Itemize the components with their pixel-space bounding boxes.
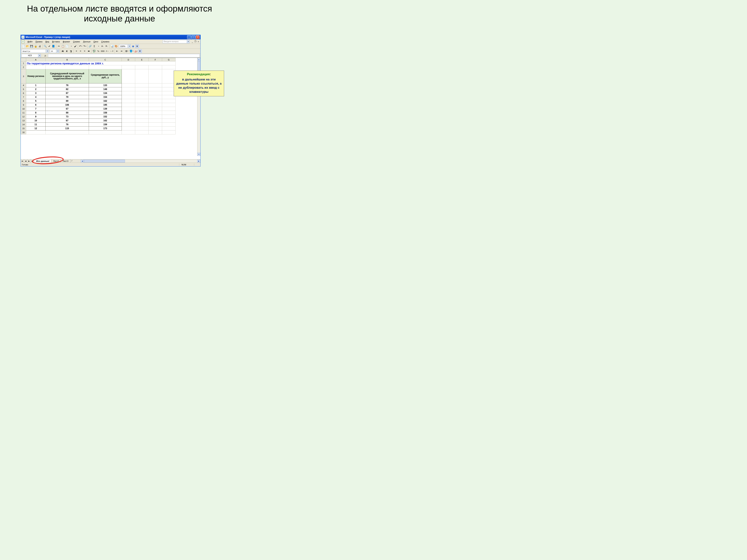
- save-icon[interactable]: 💾: [30, 45, 33, 48]
- row-header[interactable]: 4: [21, 83, 26, 87]
- row-header[interactable]: 11: [21, 111, 26, 115]
- cell[interactable]: Номер региона: [26, 69, 46, 83]
- font-size-dropdown[interactable]: ▾: [57, 49, 59, 53]
- cell[interactable]: Среднедневная зарплата, руб., у: [89, 69, 122, 83]
- cell[interactable]: 3: [26, 91, 46, 95]
- cell[interactable]: 78: [46, 83, 89, 87]
- doc-minimize-button[interactable]: _: [191, 40, 194, 43]
- menu-insert[interactable]: Вставка: [51, 40, 61, 43]
- cell[interactable]: 154: [89, 95, 122, 99]
- paste-icon[interactable]: 📄: [65, 45, 69, 48]
- menu-edit[interactable]: Правка: [34, 40, 44, 43]
- cell[interactable]: 6: [26, 103, 46, 107]
- minimize-button[interactable]: _: [187, 35, 191, 39]
- col-header[interactable]: C: [89, 58, 122, 61]
- row-header[interactable]: 3: [21, 69, 26, 83]
- cell[interactable]: 76: [46, 123, 89, 127]
- close-button[interactable]: ×: [196, 35, 200, 39]
- row-header[interactable]: 10: [21, 107, 26, 111]
- cell[interactable]: 152: [89, 115, 122, 119]
- format-painter-icon[interactable]: 🖌: [73, 45, 77, 48]
- tab-nav-next-icon[interactable]: ▶: [27, 159, 31, 163]
- menu-tools[interactable]: Сервис: [72, 40, 82, 43]
- cell[interactable]: 173: [89, 127, 122, 131]
- help-icon[interactable]: ◉: [131, 45, 135, 48]
- cut-icon[interactable]: ✂: [57, 45, 61, 48]
- row-header[interactable]: 13: [21, 119, 26, 123]
- cell[interactable]: По территориям региона приводятся данные…: [26, 61, 176, 65]
- row-header[interactable]: 16: [21, 131, 26, 134]
- row-header[interactable]: 2: [21, 65, 26, 69]
- bold-button[interactable]: Ж: [61, 49, 65, 53]
- increase-indent-icon[interactable]: ⇥: [120, 49, 123, 53]
- fill-color-icon[interactable]: 🪣: [129, 49, 134, 53]
- fx-icon[interactable]: fx: [45, 54, 46, 57]
- zoom-box[interactable]: 100%: [119, 45, 128, 48]
- worksheet-grid[interactable]: A B C D E F G 1 По территориям региона п…: [21, 58, 200, 159]
- align-center-icon[interactable]: ≡: [79, 49, 82, 53]
- doc-close-button[interactable]: ×: [197, 40, 200, 43]
- zoom-dropdown[interactable]: ▾: [128, 45, 131, 48]
- col-header[interactable]: D: [122, 58, 135, 61]
- font-color-icon[interactable]: A: [134, 49, 138, 53]
- cell[interactable]: 133: [89, 83, 122, 87]
- sort-asc-icon[interactable]: А↓: [101, 45, 104, 48]
- cell[interactable]: 106: [46, 103, 89, 107]
- col-header[interactable]: G: [162, 58, 176, 61]
- cell[interactable]: 67: [46, 107, 89, 111]
- menu-window[interactable]: Окно: [92, 40, 100, 43]
- hyperlink-icon[interactable]: 🔗: [88, 45, 92, 48]
- row-header[interactable]: 7: [21, 95, 26, 99]
- row-header[interactable]: 6: [21, 91, 26, 95]
- cell[interactable]: 8: [26, 111, 46, 115]
- select-all-corner[interactable]: [21, 58, 26, 61]
- cell[interactable]: 2: [26, 87, 46, 91]
- row-header[interactable]: 9: [21, 103, 26, 107]
- cell[interactable]: 12: [26, 127, 46, 131]
- doc-restore-button[interactable]: ❐: [194, 40, 197, 43]
- cell[interactable]: 7: [26, 107, 46, 111]
- decrease-decimal-icon[interactable]: ←.0: [110, 49, 114, 53]
- sheet-tab[interactable]: Лист3: [61, 159, 70, 163]
- row-header[interactable]: 5: [21, 87, 26, 91]
- percent-icon[interactable]: %: [96, 49, 100, 53]
- new-icon[interactable]: 📄: [22, 45, 25, 48]
- col-header[interactable]: F: [149, 58, 162, 61]
- name-box-dropdown[interactable]: ▾: [38, 54, 41, 57]
- scroll-thumb[interactable]: [84, 160, 125, 163]
- formula-input[interactable]: [48, 54, 200, 57]
- font-name-box[interactable]: Arial Cyr: [22, 49, 46, 53]
- research-icon[interactable]: 📘: [52, 45, 55, 48]
- spelling-icon[interactable]: ✔: [47, 45, 51, 48]
- toolbar-options-icon[interactable]: ▾: [135, 45, 139, 48]
- autosum-dropdown[interactable]: [97, 45, 100, 48]
- cell[interactable]: 87: [46, 91, 89, 95]
- cell[interactable]: 11: [26, 123, 46, 127]
- cell[interactable]: 9: [26, 115, 46, 119]
- menu-help[interactable]: Справка: [100, 40, 111, 43]
- cell[interactable]: 4: [26, 95, 46, 99]
- permission-icon[interactable]: 🔒: [34, 45, 37, 48]
- cell[interactable]: 195: [89, 103, 122, 107]
- decrease-indent-icon[interactable]: ⇤: [115, 49, 119, 53]
- col-header[interactable]: E: [135, 58, 149, 61]
- row-header[interactable]: 1: [21, 61, 26, 65]
- col-header[interactable]: B: [46, 58, 89, 61]
- row-header[interactable]: 12: [21, 115, 26, 119]
- underline-button[interactable]: Ч: [69, 49, 73, 53]
- cell[interactable]: 88: [46, 111, 89, 115]
- cell[interactable]: 5: [26, 99, 46, 103]
- currency-icon[interactable]: 💱: [92, 49, 96, 53]
- row-header[interactable]: 8: [21, 99, 26, 103]
- menu-file[interactable]: Файл: [26, 40, 34, 43]
- cell[interactable]: 158: [89, 111, 122, 115]
- cell[interactable]: 159: [89, 123, 122, 127]
- toolbar-options-icon-2[interactable]: ▾: [138, 49, 142, 53]
- cell[interactable]: 162: [89, 99, 122, 103]
- scroll-right-icon[interactable]: ▶: [197, 160, 200, 163]
- merge-center-icon[interactable]: ⬌: [87, 49, 91, 53]
- sheet-tab-active[interactable]: \ Исх данные /: [34, 159, 51, 163]
- align-right-icon[interactable]: ≡: [83, 49, 86, 53]
- sheet-tab[interactable]: Лист2: [51, 159, 61, 163]
- drawing-icon[interactable]: 🎨: [114, 45, 118, 48]
